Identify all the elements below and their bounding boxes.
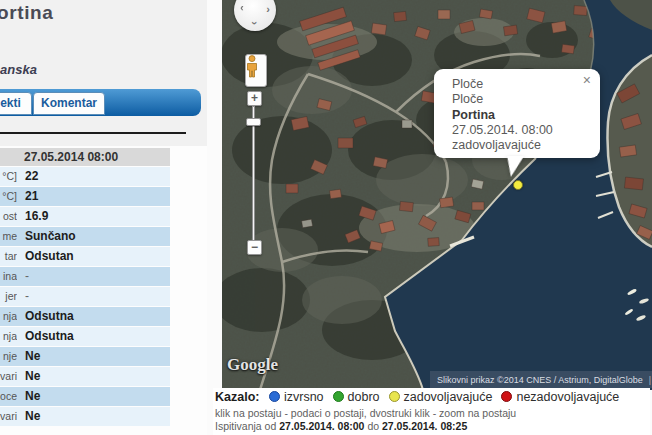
legend-dot-icon [333,391,344,402]
legend-label: nezadovoljavajuće [516,390,619,404]
legend-label: izvrsno [284,390,324,404]
row-label: tar [0,247,17,266]
table-row: ost16.9 [0,207,170,226]
row-value: Odsutan [25,247,74,266]
info-datetime: 27.05.2014. 08:00 [452,123,600,138]
info-quality: zadovoljavajuće [452,138,600,153]
period-prefix: Ispitivanja od [215,420,276,432]
table-row: °C]22 [0,167,170,186]
row-label: jer [0,287,17,306]
zoom-in-button[interactable]: + [247,91,262,106]
zoom-slider-track [252,106,255,242]
legend-item: dobro [333,390,380,404]
zoom-out-button[interactable]: − [247,240,262,255]
pan-left-icon[interactable]: › [237,4,247,14]
info-line-municipality: Ploče [452,77,600,92]
table-row: ina- [0,267,170,286]
legend-hint: klik na postaju - podaci o postaji, dvos… [215,407,516,419]
page-title: ortina [0,2,53,24]
table-row: njaOdsutna [0,327,170,346]
beach-quality-app: ortina anska ekti Komentar 27.05.2014 08… [0,0,652,435]
row-value: 21 [25,187,38,206]
station-panel: ortina anska ekti Komentar 27.05.2014 08… [0,0,207,435]
pan-right-icon[interactable]: › [263,4,273,14]
sampling-period: Ispitivanja od 27.05.2014. 08:00 do 27.0… [215,420,467,432]
row-value: Sunčano [25,227,76,246]
table-row: oceNe [0,387,170,406]
row-value: 16.9 [25,207,48,226]
period-middle: do [367,420,379,432]
info-station-name: Portina [452,108,600,123]
close-icon[interactable]: × [583,73,591,87]
row-label: nje [0,347,17,366]
map-canvas[interactable]: › › › › + − × Ploče Ploče Portina 27.05.… [222,0,652,390]
legend-dot-icon [269,391,280,402]
legend-item: nezadovoljavajuće [501,390,619,404]
row-value: Ne [25,407,40,426]
pan-up-icon[interactable]: › [250,0,260,1]
row-value: Ne [25,367,40,386]
table-row: °C]21 [0,187,170,206]
legend-label: dobro [348,390,380,404]
row-label: °C] [0,167,17,186]
row-label: ina [0,267,17,286]
data-table-rows: °C]22°C]21ost16.9meSunčanotarOdsutanina-… [0,167,170,427]
row-label: °C] [0,187,17,206]
row-value: - [25,287,29,306]
satellite-terrain [222,0,652,390]
google-logo[interactable]: Google [227,355,278,375]
row-value: Ne [25,387,40,406]
tab-objekti[interactable]: ekti [0,92,32,115]
row-value: 22 [25,167,38,186]
legend-area: Kazalo: izvrsnodobrozadovoljavajućenezad… [213,388,650,435]
legend-item: izvrsno [269,390,324,404]
table-row: jer- [0,287,170,306]
tab-bar: ekti Komentar [0,89,201,116]
legend-label: zadovoljavajuće [404,390,493,404]
info-window-tail [505,156,524,177]
map-attribution: Slikovni prikaz ©2014 CNES / Astrium, Di… [430,371,652,388]
info-line-town: Ploče [452,92,600,107]
row-value: Odsutna [25,327,74,346]
row-value: - [25,267,29,286]
legend-dot-icon [501,391,512,402]
legend-title: Kazalo: [215,390,259,404]
tab-komentar[interactable]: Komentar [33,92,105,115]
row-label: oce [0,387,17,406]
attribution-separator: | [649,375,651,385]
zoom-slider-handle[interactable] [246,118,261,126]
row-label: vari [0,407,17,426]
row-label: ost [0,207,17,226]
row-label: nja [0,327,17,346]
table-row: njaOdsutna [0,307,170,326]
attribution-text: Slikovni prikaz ©2014 CNES / Astrium, Di… [437,375,643,385]
pegman-icon [246,55,258,78]
street-view-pegman-button[interactable] [245,54,267,87]
legend-items: Kazalo: izvrsnodobrozadovoljavajućenezad… [215,390,628,404]
table-header: 27.05.2014 08:00 [0,148,170,166]
pan-down-icon[interactable]: › [250,18,260,28]
table-row: meSunčano [0,227,170,246]
table-row: variNe [0,367,170,386]
legend-item: zadovoljavajuće [389,390,493,404]
station-marker[interactable] [513,180,523,190]
table-row: njeNe [0,347,170,366]
divider [0,132,186,134]
station-info-window: × Ploče Ploče Portina 27.05.2014. 08:00 … [434,69,600,158]
row-value: Odsutna [25,307,74,326]
table-row: variNe [0,407,170,426]
row-label: vari [0,367,17,386]
table-row: tarOdsutan [0,247,170,266]
row-value: Ne [25,347,40,366]
county-link[interactable]: anska [0,62,37,77]
period-to: 27.05.2014. 08:25 [382,420,467,432]
row-label: nja [0,307,17,326]
row-label: me [0,227,17,246]
legend-dot-icon [389,391,400,402]
period-from: 27.05.2014. 08:00 [279,420,364,432]
